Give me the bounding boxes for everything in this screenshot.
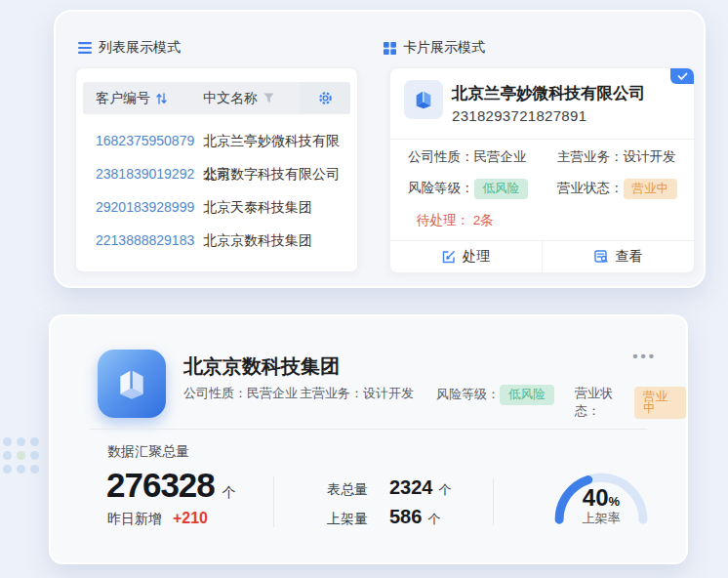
divider — [90, 429, 647, 430]
process-label: 处理 — [463, 248, 490, 266]
more-menu-button[interactable]: ••• — [632, 348, 657, 364]
sort-icon[interactable] — [156, 93, 167, 104]
gear-icon — [318, 91, 333, 105]
field-label: 营业状态： — [557, 180, 624, 197]
page: 列表展示模式 客户编号 中文名称 — [0, 0, 728, 578]
company-name: 北京兰亭妙微科技有限公司 — [452, 83, 645, 104]
table-row[interactable]: 1682375950879 北京兰亭妙微科技有限公司 — [83, 124, 350, 157]
field-business-status: 营业状态： 营业中 — [575, 385, 686, 420]
card-actions: 处理 查看 — [390, 240, 694, 272]
customer-id-link[interactable]: 2213888829183 — [96, 224, 194, 257]
customer-table-card: 客户编号 中文名称 — [75, 67, 358, 272]
field-value: 设计开发 — [363, 385, 414, 402]
pending-label: 待处理： — [417, 213, 469, 227]
risk-badge: 低风险 — [474, 179, 529, 199]
percent-sign: % — [609, 494, 621, 509]
field-risk-level: 风险等级： 低风险 — [436, 385, 554, 405]
company-card: 北京兰亭妙微科技有限公司 2318293721827891 公司性质： 民营企业… — [389, 67, 695, 273]
table-settings-button[interactable] — [300, 82, 350, 114]
stat-unit: 个 — [439, 481, 452, 499]
customer-id-link[interactable]: 2920183928999 — [96, 190, 194, 224]
display-modes-panel: 列表展示模式 客户编号 中文名称 — [54, 10, 706, 288]
field-business-status: 营业状态： 营业中 — [557, 179, 677, 199]
yesterday-delta: +210 — [173, 510, 208, 526]
col-customer-id: 客户编号 — [96, 82, 150, 114]
stat-value: 586 — [389, 506, 422, 528]
divider — [493, 478, 494, 525]
edit-icon — [442, 250, 456, 264]
field-label: 公司性质： — [183, 385, 247, 402]
table-row[interactable]: 2381839019292 北京数字科技有限公司 — [83, 157, 350, 190]
stat-label: 上架量 — [327, 511, 368, 528]
card-mode-title: 卡片展示模式 — [403, 39, 485, 57]
company-logo — [98, 350, 166, 418]
field-company-nature: 公司性质： 民营企业 — [183, 385, 298, 402]
total-unit: 个 — [222, 484, 236, 500]
process-button[interactable]: 处理 — [390, 241, 543, 272]
shelf-rate-label: 上架率 — [546, 510, 656, 527]
book-icon — [413, 89, 434, 110]
field-label: 主营业务： — [557, 148, 624, 166]
filter-icon[interactable] — [263, 93, 274, 103]
pending-count: 2条 — [473, 213, 494, 227]
total-data-label: 数据汇聚总量 — [107, 443, 189, 461]
list-icon — [78, 42, 92, 54]
customer-id-link[interactable]: 1682375950879 — [96, 124, 194, 157]
check-icon — [677, 72, 688, 81]
field-value: 设计开发 — [624, 148, 676, 166]
dots-decoration — [3, 437, 39, 474]
grid-icon — [384, 42, 396, 55]
selected-check-badge[interactable] — [670, 68, 694, 84]
divider — [390, 139, 694, 140]
total-number: 276328 — [106, 466, 215, 504]
shelf-rate-percent: 40% — [546, 484, 656, 512]
percent-number: 40 — [583, 484, 609, 511]
company-name-cell: 北京京数科技集团 — [203, 224, 312, 257]
divider — [273, 476, 274, 527]
list-mode-header: 列表展示模式 — [78, 39, 181, 57]
field-main-business: 主营业务： 设计开发 — [557, 148, 676, 166]
field-label: 风险等级： — [408, 180, 474, 197]
company-avatar — [404, 80, 443, 119]
customer-id-link[interactable]: 2381839019292 — [96, 157, 194, 190]
field-label: 主营业务： — [300, 385, 363, 402]
field-label: 营业状态： — [575, 385, 634, 420]
company-name: 北京京数科技集团 — [183, 353, 340, 380]
company-name-cell: 北京数字科技有限公司 — [203, 157, 340, 190]
table-row[interactable]: 2920183928999 北京天泰科技集团 — [83, 190, 350, 224]
status-badge: 营业中 — [624, 179, 678, 199]
stat-value: 2324 — [389, 476, 433, 499]
field-value: 民营企业 — [247, 385, 298, 402]
stat-label: 表总量 — [327, 481, 368, 499]
table-total-stat: 表总量 2324 个 — [327, 476, 452, 499]
card-mode-header: 卡片展示模式 — [384, 39, 485, 57]
view-label: 查看 — [616, 248, 643, 266]
status-badge: 营业中 — [634, 387, 686, 419]
total-data-value: 276328个 — [106, 466, 236, 505]
risk-badge: 低风险 — [500, 385, 554, 405]
book-icon — [112, 364, 151, 403]
col-chinese-name: 中文名称 — [203, 82, 258, 114]
table-row[interactable]: 2213888829183 北京京数科技集团 — [83, 224, 350, 257]
stat-unit: 个 — [427, 511, 440, 528]
view-doc-icon — [594, 250, 609, 264]
field-main-business: 主营业务： 设计开发 — [300, 385, 414, 402]
yesterday-label: 昨日新增 — [107, 511, 162, 526]
field-label: 公司性质： — [408, 148, 474, 166]
table-header: 客户编号 中文名称 — [83, 82, 350, 114]
view-button[interactable]: 查看 — [543, 241, 694, 272]
yesterday-new: 昨日新增 +210 — [107, 510, 208, 528]
field-value: 民营企业 — [474, 148, 527, 166]
list-mode-title: 列表展示模式 — [99, 39, 181, 57]
field-label: 风险等级： — [436, 386, 500, 403]
pending-alert: 待处理： 2条 — [417, 212, 494, 229]
field-risk-level: 风险等级： 低风险 — [408, 179, 528, 199]
company-name-cell: 北京天泰科技集团 — [203, 190, 312, 224]
company-dashboard-panel: 北京京数科技集团 ••• 公司性质： 民营企业 主营业务： 设计开发 风险等级：… — [49, 314, 688, 564]
company-id: 2318293721827891 — [452, 107, 586, 124]
shelf-count-stat: 上架量 586 个 — [327, 506, 440, 528]
field-company-nature: 公司性质： 民营企业 — [408, 148, 527, 166]
